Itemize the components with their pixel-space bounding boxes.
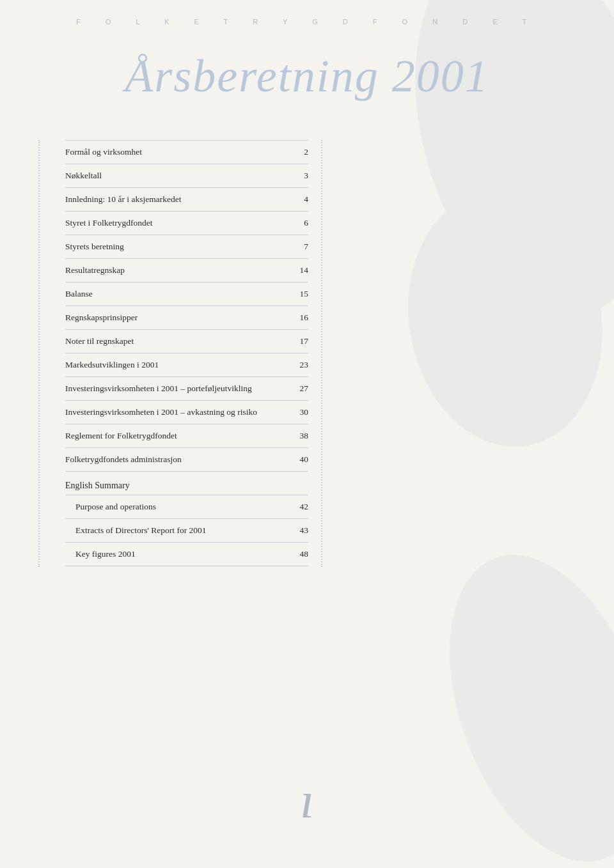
toc-item-label: Investeringsvirksomheten i 2001 – portef…	[65, 377, 283, 401]
toc-item-label: Markedsutviklingen i 2001	[65, 353, 283, 377]
toc-item-label: Balanse	[65, 283, 283, 306]
toc-item-page: 23	[283, 353, 308, 377]
toc-section-header: English Summary	[65, 472, 308, 495]
content-area: Formål og virksomhet2Nøkkeltall3Innledni…	[0, 140, 614, 605]
toc-sub-item-label: Key figures 2001	[65, 543, 283, 566]
toc-item-label: Folketrygdfondets administrasjon	[65, 448, 283, 472]
toc-item-label: Innledning: 10 år i aksjemarkedet	[65, 188, 283, 212]
toc-item-page: 16	[283, 306, 308, 330]
toc-item: Markedsutviklingen i 200123	[65, 353, 308, 377]
toc-item-page: 3	[283, 164, 308, 188]
toc-section-header-label: English Summary	[65, 472, 308, 495]
table-of-contents: Formål og virksomhet2Nøkkeltall3Innledni…	[65, 140, 308, 567]
toc-sub-item-label: Extracts of Directors' Report for 2001	[65, 519, 283, 543]
toc-item: Nøkkeltall3	[65, 164, 308, 188]
toc-closing-border	[65, 566, 308, 567]
toc-item-label: Noter til regnskapet	[65, 330, 283, 353]
toc-item-page: 2	[283, 141, 308, 164]
toc-sub-item-page: 48	[283, 543, 308, 566]
toc-item: Styrets beretning7	[65, 235, 308, 259]
main-title: Årsberetning 2001	[38, 51, 576, 102]
left-border-decoration	[38, 140, 46, 567]
bottom-decorative-letter: ı	[300, 771, 314, 830]
toc-item: Investeringsvirksomheten i 2001 – avkast…	[65, 401, 308, 424]
toc-sub-item-page: 43	[283, 519, 308, 543]
toc-item-label: Styret i Folketrygdfondet	[65, 212, 283, 235]
toc-item-label: Resultatregnskap	[65, 259, 283, 283]
toc-item-page: 40	[283, 448, 308, 472]
toc-item-label: Styrets beretning	[65, 235, 283, 259]
toc-item: Regnskapsprinsipper16	[65, 306, 308, 330]
toc-item-page: 6	[283, 212, 308, 235]
toc-sub-item: Key figures 200148	[65, 543, 308, 566]
toc-item-label: Regnskapsprinsipper	[65, 306, 283, 330]
toc-item-page: 27	[283, 377, 308, 401]
toc-item: Folketrygdfondets administrasjon40	[65, 448, 308, 472]
toc-sub-item-page: 42	[283, 495, 308, 519]
toc-item-page: 17	[283, 330, 308, 353]
toc-item-page: 15	[283, 283, 308, 306]
toc-sub-item: Extracts of Directors' Report for 200143	[65, 519, 308, 543]
toc-item-label: Nøkkeltall	[65, 164, 283, 188]
toc-item: Investeringsvirksomheten i 2001 – portef…	[65, 377, 308, 401]
toc-sub-item: Purpose and operations42	[65, 495, 308, 519]
toc-item: Reglement for Folketrygdfondet38	[65, 424, 308, 448]
toc-item-page: 30	[283, 401, 308, 424]
right-border-decoration	[315, 140, 322, 567]
toc-item: Styret i Folketrygdfondet6	[65, 212, 308, 235]
title-area: Årsberetning 2001	[0, 32, 614, 140]
toc-item-page: 38	[283, 424, 308, 448]
toc-item: Innledning: 10 år i aksjemarkedet4	[65, 188, 308, 212]
toc-item: Balanse15	[65, 283, 308, 306]
toc-item-page: 4	[283, 188, 308, 212]
toc-table: Formål og virksomhet2Nøkkeltall3Innledni…	[65, 140, 308, 567]
toc-item-label: Reglement for Folketrygdfondet	[65, 424, 283, 448]
toc-item-label: Formål og virksomhet	[65, 141, 283, 164]
toc-item: Resultatregnskap14	[65, 259, 308, 283]
toc-item: Formål og virksomhet2	[65, 141, 308, 164]
header-letters: F O L K E T R Y G D F O N D E T	[0, 0, 614, 32]
toc-item-page: 7	[283, 235, 308, 259]
toc-item-page: 14	[283, 259, 308, 283]
toc-item: Noter til regnskapet17	[65, 330, 308, 353]
toc-item-label: Investeringsvirksomheten i 2001 – avkast…	[65, 401, 283, 424]
toc-sub-item-label: Purpose and operations	[65, 495, 283, 519]
